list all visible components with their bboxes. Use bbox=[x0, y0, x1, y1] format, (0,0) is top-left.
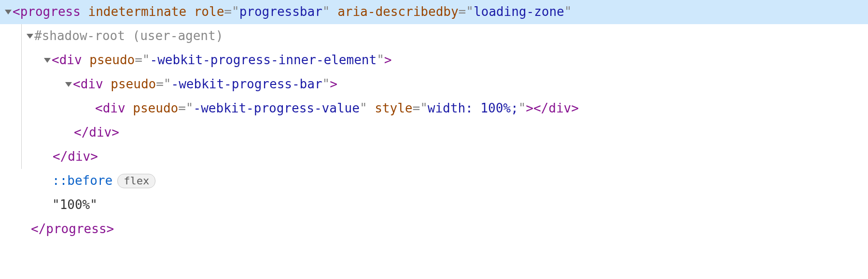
expand-arrow-icon[interactable] bbox=[43, 58, 52, 63]
slash: / bbox=[82, 121, 89, 144]
slash: / bbox=[39, 217, 46, 241]
text-node: 100% bbox=[60, 193, 90, 217]
quote: " bbox=[186, 97, 194, 120]
dom-tree-line-6[interactable]: </div> bbox=[0, 121, 868, 145]
expand-arrow-icon[interactable] bbox=[26, 34, 34, 39]
slash: / bbox=[541, 97, 549, 120]
angle-close: > bbox=[330, 72, 337, 96]
dom-tree-line-4[interactable]: <div pseudo="-webkit-progress-bar"> bbox=[0, 72, 868, 97]
angle-open: < bbox=[95, 97, 103, 120]
equals: = bbox=[178, 97, 186, 120]
angle-open: < bbox=[52, 48, 59, 72]
angle-close: > bbox=[526, 97, 533, 120]
attr-name: pseudo bbox=[111, 72, 156, 96]
dom-tree-line-9[interactable]: "100%" bbox=[0, 193, 868, 217]
equals: = bbox=[224, 0, 232, 24]
angle-open: < bbox=[53, 145, 60, 168]
attr-value: width: 100%; bbox=[428, 97, 518, 120]
quote: " bbox=[466, 0, 474, 24]
dom-tree-line-8[interactable]: ::before flex bbox=[0, 169, 868, 193]
display-badge: flex bbox=[117, 174, 155, 189]
angle-close: > bbox=[107, 217, 114, 241]
tag-name: progress bbox=[20, 0, 81, 24]
attr-name: style bbox=[375, 97, 412, 120]
attr-name: indeterminate bbox=[88, 0, 187, 24]
angle-open: < bbox=[533, 97, 541, 120]
tag-name: div bbox=[59, 48, 82, 72]
attr-value: loading-zone bbox=[474, 0, 564, 24]
tag-name: div bbox=[81, 72, 103, 96]
dom-tree-line-5[interactable]: <div pseudo="-webkit-progress-value" sty… bbox=[0, 97, 868, 121]
quote: " bbox=[322, 72, 330, 96]
attr-value: -webkit-progress-value bbox=[194, 97, 360, 120]
dom-tree-line-1[interactable]: <progress indeterminate role="progressba… bbox=[0, 0, 868, 24]
quote: " bbox=[564, 0, 572, 24]
equals: = bbox=[135, 48, 142, 72]
quote: " bbox=[360, 97, 367, 120]
slash: / bbox=[60, 145, 68, 168]
close-tag-name: div bbox=[68, 145, 90, 168]
equals: = bbox=[412, 97, 420, 120]
expand-arrow-icon[interactable] bbox=[4, 10, 13, 14]
angle-close: > bbox=[90, 145, 98, 168]
pseudo-element: ::before bbox=[52, 169, 112, 193]
dom-tree-line-2[interactable]: #shadow-root (user-agent) bbox=[0, 24, 868, 48]
quote: " bbox=[52, 193, 60, 217]
angle-close: > bbox=[384, 48, 392, 72]
equals: = bbox=[459, 0, 466, 24]
close-tag-name: div bbox=[89, 121, 112, 144]
attr-name: pseudo bbox=[133, 97, 178, 120]
attr-name: role bbox=[194, 0, 224, 24]
tag-name: div bbox=[103, 97, 126, 120]
angle-open: < bbox=[13, 0, 20, 24]
shadow-root-label: #shadow-root (user-agent) bbox=[34, 24, 223, 48]
attr-value: -webkit-progress-inner-element bbox=[150, 48, 377, 72]
dom-tree-line-7[interactable]: </div> bbox=[0, 145, 868, 169]
dom-tree-line-10[interactable]: </progress> bbox=[0, 217, 868, 241]
attr-value: progressbar bbox=[239, 0, 322, 24]
quote: " bbox=[164, 72, 171, 96]
close-tag-name: div bbox=[548, 97, 571, 120]
angle-open: < bbox=[31, 217, 39, 241]
quote: " bbox=[518, 97, 526, 120]
attr-name: aria-describedby bbox=[337, 0, 458, 24]
attr-name: pseudo bbox=[89, 48, 135, 72]
quote: " bbox=[232, 0, 239, 24]
angle-close: > bbox=[571, 97, 579, 120]
expand-arrow-icon[interactable] bbox=[64, 82, 73, 87]
attr-value: -webkit-progress-bar bbox=[171, 72, 322, 96]
close-tag-name: progress bbox=[46, 217, 106, 241]
equals: = bbox=[156, 72, 164, 96]
quote: " bbox=[420, 97, 428, 120]
dom-tree-line-3[interactable]: <div pseudo="-webkit-progress-inner-elem… bbox=[0, 48, 868, 72]
quote: " bbox=[322, 0, 330, 24]
quote: " bbox=[142, 48, 150, 72]
quote: " bbox=[377, 48, 384, 72]
angle-open: < bbox=[74, 121, 82, 144]
angle-close: > bbox=[112, 121, 119, 144]
quote: " bbox=[90, 193, 98, 217]
angle-open: < bbox=[73, 72, 81, 96]
